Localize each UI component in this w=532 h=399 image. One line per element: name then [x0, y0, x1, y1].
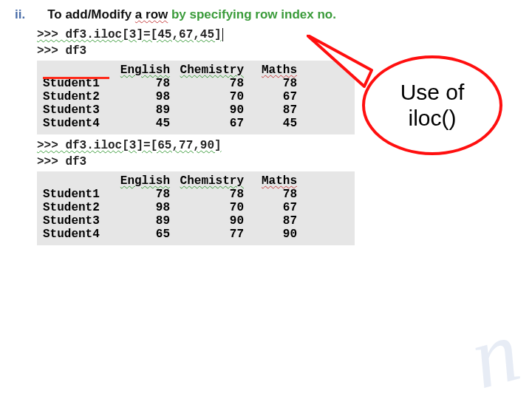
table-row: Student2987067: [43, 201, 349, 214]
callout-line1: Use of: [400, 80, 465, 106]
output-table-2: English Chemistry Maths Student1787878 S…: [37, 171, 355, 245]
col-header: Maths: [251, 174, 304, 188]
watermark: n: [460, 301, 522, 399]
table-row: Student3899087: [43, 103, 349, 117]
callout-bubble: Use of iloc(): [362, 55, 502, 166]
col-header: English: [109, 64, 177, 77]
callout-tail-icon: [307, 35, 381, 94]
red-underline: [43, 77, 109, 79]
col-header: Maths: [251, 64, 304, 77]
callout-ellipse: Use of iloc(): [362, 55, 502, 155]
table-row: Student4657790: [43, 228, 349, 241]
heading-number: ii.: [15, 7, 25, 22]
svg-marker-0: [307, 35, 372, 86]
col-header: Chemistry: [177, 174, 251, 188]
table-row: Student1787878: [43, 188, 349, 201]
table-row: Student4456745: [43, 117, 349, 130]
heading-text: To add/Modify a row by specifying row in…: [47, 7, 336, 22]
callout-line2: iloc(): [400, 106, 465, 132]
col-header: Chemistry: [177, 64, 251, 77]
code-line-1: >>> df3.iloc[3]=[45,67,45]: [37, 28, 517, 41]
table-row: Student3899087: [43, 214, 349, 228]
heading-row: ii. To add/Modify a row by specifying ro…: [15, 7, 517, 22]
col-header: English: [109, 174, 177, 188]
table-row: Student2987067: [43, 90, 349, 103]
